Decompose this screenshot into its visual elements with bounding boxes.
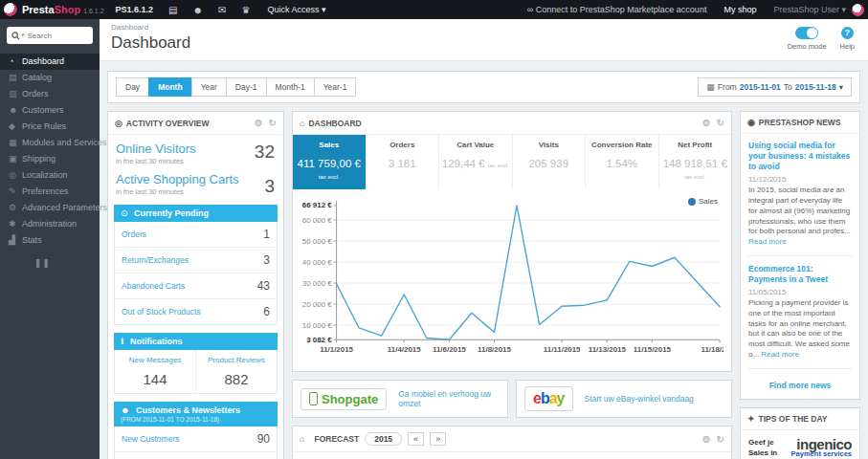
read-more-link[interactable]: Read more (748, 237, 787, 246)
range-year-button[interactable]: Year (191, 77, 227, 97)
online-visitors-block: Online Visitors in the last 30 minutes 3… (108, 135, 283, 205)
shop-version-tab[interactable]: PS1.6.1.2 (116, 5, 154, 14)
demo-mode-toggle[interactable] (795, 27, 818, 39)
shopgate-link[interactable]: Ga mobiel en verhoog uw omzet (398, 389, 500, 408)
out-of-stock-link[interactable]: Out of Stock Products (122, 307, 201, 317)
prestashop-news-panel: ◉ PRESTASHOP NEWS Using social media for… (740, 111, 860, 400)
sidebar-item-modules[interactable]: ▦Modules and Services (0, 135, 100, 151)
user-avatar[interactable] (852, 4, 864, 16)
find-more-news-link[interactable]: Find more news (748, 377, 852, 392)
activity-overview-panel: ◎ ACTIVITY OVERVIEW ⚙ ↻ Online Visitors … (107, 111, 284, 459)
kpi-net-profit[interactable]: Net Profit148 918,51 € tax excl. (659, 135, 732, 189)
prestashop-logo-icon (4, 3, 17, 16)
new-customers-link[interactable]: New Customers (122, 434, 179, 444)
gear-icon[interactable]: ⚙ (255, 118, 263, 128)
gauge-icon: ◔ (9, 54, 22, 70)
table-row: Return/Exchanges3 (115, 248, 277, 273)
sidebar-item-administration[interactable]: ✱Administration (0, 216, 100, 232)
refresh-icon[interactable]: ↻ (717, 118, 724, 128)
bell-icon: ℹ (121, 337, 123, 346)
active-carts-link[interactable]: Active Shopping Carts (116, 172, 276, 186)
version-label: 1.6.1.2 (83, 8, 103, 14)
sidebar-item-shipping[interactable]: ▣Shipping (0, 151, 100, 167)
forecast-next-button[interactable]: » (430, 432, 446, 446)
svg-text:10 000 €: 10 000 € (302, 321, 332, 330)
shopgate-logo: Shopgate (300, 388, 387, 410)
svg-text:11/1/2015: 11/1/2015 (320, 345, 353, 354)
svg-text:40 000 €: 40 000 € (302, 258, 332, 267)
sidebar-item-dashboard[interactable]: ◔Dashboard (0, 54, 100, 70)
trophy-icon[interactable]: ♛ (241, 5, 250, 15)
table-row: New Subscriptions18 (115, 452, 277, 459)
sidebar-item-stats[interactable]: ▟Stats (0, 232, 100, 249)
search-scope-caret-icon[interactable]: ▾ (21, 32, 25, 39)
tips-panel-title: TIPS OF THE DAY (759, 414, 828, 424)
svg-text:30 000 €: 30 000 € (302, 279, 332, 288)
sidebar-item-orders[interactable]: ▥Orders (0, 86, 100, 102)
range-day-button[interactable]: Day (116, 77, 149, 97)
bar-chart-icon: ▟ (9, 232, 22, 249)
my-shop-link[interactable]: My shop (723, 5, 756, 14)
sidebar-item-catalog[interactable]: ▤Catalog (0, 70, 100, 86)
demo-mode-label: Demo mode (788, 42, 827, 51)
activity-icon: ◎ (115, 119, 122, 128)
kpi-cart-value[interactable]: Cart Value129,44 € tax excl. (439, 135, 513, 189)
sidebar-item-advanced-parameters[interactable]: ⚙Advanced Parameters (0, 200, 100, 216)
product-reviews-link[interactable]: Product Reviews (200, 356, 273, 364)
user-menu[interactable]: PrestaShop User ▾ (773, 5, 846, 14)
new-messages-link[interactable]: New Messages (119, 356, 191, 364)
kpi-conversion-rate[interactable]: Conversion Rate1.54% (586, 135, 659, 189)
shop-icon: ⌂ (300, 434, 304, 444)
phone-icon (309, 392, 318, 405)
refresh-icon[interactable]: ↻ (269, 118, 277, 128)
lightbulb-icon: ✦ (747, 414, 755, 424)
news-article-title[interactable]: Using social media for your business: 4 … (748, 141, 852, 172)
svg-text:50 000 €: 50 000 € (302, 237, 332, 246)
range-month-1-button[interactable]: Month-1 (266, 77, 315, 97)
abandoned-carts-link[interactable]: Abandoned Carts (122, 281, 185, 291)
help-icon[interactable]: ? (841, 27, 854, 39)
customers-icon[interactable]: ☻ (193, 5, 204, 15)
chevron-down-icon: ▾ (839, 82, 843, 92)
quick-access-menu[interactable]: Quick Access ▾ (267, 5, 325, 14)
sidebar-item-preferences[interactable]: ✎Preferences (0, 184, 100, 200)
kpi-sales[interactable]: Sales411 759,00 € tax excl. (293, 135, 367, 189)
sales-line-chart: 66 912 €60 000 €50 000 €40 000 €30 000 €… (300, 195, 723, 367)
help-label: Help (840, 42, 855, 51)
ebay-link[interactable]: Start uw eBay-winkel vandaag (585, 394, 694, 404)
ebay-logo: ebay (524, 386, 573, 411)
search-input[interactable] (28, 32, 85, 40)
breadcrumb[interactable]: Dashboard (111, 23, 857, 32)
svg-text:66 912 €: 66 912 € (302, 201, 332, 209)
read-more-link[interactable]: Read more (761, 350, 799, 359)
gear-icon[interactable]: ⚙ (702, 118, 711, 128)
svg-text:11/6/2015: 11/6/2015 (433, 345, 466, 354)
sidebar-item-localization[interactable]: ◎Localization (0, 167, 100, 184)
sidebar-item-customers[interactable]: ☻Customers (0, 102, 100, 119)
messages-icon[interactable]: ✉ (218, 5, 226, 15)
marketplace-connect-link[interactable]: ∞ Connect to PrestaShop Marketplace acco… (527, 5, 707, 14)
active-carts-value: 3 (264, 176, 275, 197)
range-month-button[interactable]: Month (148, 77, 192, 97)
cart-icon[interactable]: ▤ (168, 5, 177, 15)
sidebar-item-price-rules[interactable]: ◆Price Rules (0, 119, 100, 135)
range-year-1-button[interactable]: Year-1 (314, 77, 357, 97)
kpi-orders[interactable]: Orders3 181 (367, 135, 440, 189)
sidebar-search[interactable]: ▾ (7, 27, 93, 44)
dashboard-panel: ⌂ DASHBOARD ⚙ ↻ Sales411 759,00 € tax ex… (292, 111, 732, 372)
group-icon: ☻ (9, 102, 22, 119)
orders-link[interactable]: Orders (122, 230, 146, 239)
forecast-prev-button[interactable]: « (408, 432, 424, 446)
date-range-picker[interactable]: ▦ From2015-11-01 To2015-11-18 ▾ (698, 77, 852, 97)
range-day-1-button[interactable]: Day-1 (226, 77, 267, 97)
refresh-icon[interactable]: ↻ (717, 434, 724, 445)
gear-icon[interactable]: ⚙ (702, 434, 711, 445)
kpi-visits[interactable]: Visits205 939 (513, 135, 587, 189)
shopgate-banner[interactable]: Shopgate Ga mobiel en verhoog uw omzet (292, 380, 508, 418)
news-article-title[interactable]: Ecommerce 101: Payments in a Tweet (748, 264, 852, 285)
online-visitors-link[interactable]: Online Visitors (116, 142, 276, 156)
ebay-banner[interactable]: ebay Start uw eBay-winkel vandaag (516, 380, 732, 418)
returns-link[interactable]: Return/Exchanges (122, 255, 189, 265)
news-article-text: In 2015, social media are an integral pa… (748, 186, 852, 248)
sidebar-collapse-icon[interactable]: ❚❚ (34, 258, 100, 268)
